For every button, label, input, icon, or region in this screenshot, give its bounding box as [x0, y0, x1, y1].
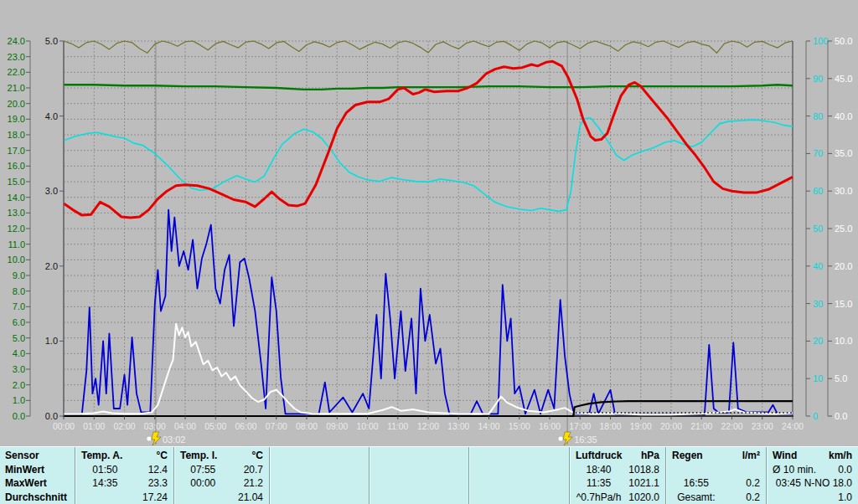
axis-tick-label: 1.0 [45, 336, 58, 346]
stats-cell-temp-i-: Temp. I.°C [173, 447, 269, 463]
axis-tick-label: 20.0 [835, 261, 852, 271]
stats-cell-value: 0.2 [721, 477, 760, 489]
stats-cell-luftdruck: LuftdruckhPa [569, 447, 665, 463]
stats-cell-value: 21.2 [225, 477, 263, 489]
stats-cell-temp-a-: 17.24 [75, 490, 173, 504]
stats-cell-value: hPa [622, 450, 659, 461]
stats-cell-left: Gesamt: [672, 491, 721, 503]
stats-cell-regen: 16:550.2 [665, 476, 766, 490]
axis-tick-label: 1.0 [13, 395, 25, 405]
stats-cell-empty [369, 476, 468, 490]
axis-tick-label: 2.0 [45, 261, 58, 271]
axis-tick-label: 3.0 [45, 186, 58, 196]
axis-tick-label: 19:00 [630, 422, 652, 431]
stats-cell-empty [468, 463, 569, 476]
stats-cell-temp-a-: Temp. A.°C [75, 447, 173, 463]
axis-tick-label: 20.0 [8, 99, 25, 109]
axis-tick-label: 21.0 [8, 83, 25, 93]
axis-tick-label: 10:00 [357, 422, 379, 431]
axis-tick-label: 22:00 [721, 422, 743, 431]
axis-tick-label: 35.0 [835, 148, 852, 158]
stats-cell-value: 0.0 [816, 464, 852, 476]
axis-tick-label: 2.0 [13, 380, 25, 390]
stats-cell-empty [269, 447, 369, 463]
marker-dot-icon [559, 436, 563, 440]
stats-cell-left: 18:40 [576, 464, 622, 476]
axis-tick-label: 80 [813, 111, 823, 121]
axis-tick-label: 10.0 [8, 255, 25, 265]
stats-cell-regen [665, 463, 766, 476]
stats-cell-empty [269, 490, 369, 504]
stats-cell-left: Luftdruck [576, 450, 622, 461]
stats-cell-empty [468, 490, 569, 504]
axis-tick-label: 100 [813, 36, 828, 46]
axis-tick-label: 12.0 [8, 224, 25, 234]
axis-tick-label: 07:00 [266, 422, 287, 431]
axis-tick-label: 21:00 [690, 422, 712, 431]
stats-cell-left: 00:00 [180, 477, 225, 489]
axis-tick-label: 13.0 [8, 208, 25, 218]
stats-cell-luftdruck: 18:401018.8 [569, 463, 665, 476]
stats-cell-left: 16:55 [672, 477, 721, 489]
marker-dot-icon [147, 436, 151, 440]
stats-row-label: Durchschnitt [0, 490, 75, 504]
stats-cell-luftdruck: 11:351021.1 [569, 476, 665, 490]
stats-cell-left: 07:55 [180, 464, 225, 476]
stats-cell-wind: 03:45N-NO 18.0 [766, 476, 858, 490]
stats-cell-value: 0.2 [721, 491, 760, 503]
axis-tick-label: 50.0 [835, 36, 852, 46]
axis-tick-label: 90 [813, 74, 823, 84]
stats-cell-wind: Ø 10 min.0.0 [766, 463, 858, 476]
stats-cell-value: 1.0 [816, 491, 852, 503]
axis-tick-label: 06:00 [235, 422, 257, 431]
stats-cell-empty [269, 476, 369, 490]
stats-cell-left: Temp. A. [81, 450, 129, 461]
axis-tick-label: 23:00 [752, 422, 773, 431]
stats-cell-left: Temp. I. [180, 450, 225, 461]
stats-cell-left: 11:35 [576, 477, 622, 489]
axis-tick-label: 12:00 [417, 422, 439, 431]
axis-tick-label: 24.0 [8, 36, 25, 46]
axis-tick-label: 40.0 [835, 111, 852, 121]
axis-tick-label: 9.0 [13, 270, 25, 280]
axis-tick-label: 40 [813, 261, 823, 271]
stats-cell-luftdruck: ^0.7hPa/h1020.0 [569, 490, 665, 504]
axis-tick-label: 19.0 [8, 114, 25, 124]
stats-cell-empty [369, 463, 468, 476]
stats-cell-value: l/m² [721, 450, 760, 461]
axis-tick-label: 15.0 [8, 177, 25, 187]
stats-cell-regen: Regenl/m² [665, 447, 766, 463]
axis-tick-label: 15.0 [835, 299, 852, 309]
stats-cell-empty [468, 476, 569, 490]
stats-cell-left: Ø 10 min. [773, 464, 816, 476]
axis-tick-label: 01:00 [83, 422, 105, 431]
stats-cell-value: 12.4 [129, 464, 168, 476]
axis-tick-label: 11.0 [8, 239, 25, 249]
axis-tick-label: 04:00 [174, 422, 196, 431]
stats-cell-left: ^0.7hPa/h [576, 491, 622, 503]
axis-tick-label: 14.0 [8, 193, 25, 203]
stats-cell-value: 1020.0 [622, 491, 659, 503]
stats-cell-value: 21.04 [225, 491, 263, 503]
stats-cell-left: Wind [773, 450, 816, 461]
stats-cell-wind: Windkm/h [766, 447, 858, 463]
stats-cell-temp-a-: 14:3523.3 [75, 476, 173, 490]
axis-tick-label: 4.0 [45, 111, 58, 121]
axis-tick-label: 60 [813, 186, 823, 196]
stats-row-label: MinWert [0, 463, 75, 476]
axis-tick-label: 24:00 [782, 422, 804, 431]
axis-tick-label: 0.0 [45, 411, 58, 421]
stats-cell-value: km/h [816, 450, 852, 461]
stats-cell-value: °C [129, 450, 168, 461]
axis-tick-label: 20 [813, 336, 823, 346]
stats-cell-value: 17.24 [129, 491, 168, 503]
axis-tick-label: 14:00 [478, 422, 500, 431]
axis-tick-label: 03:00 [144, 422, 166, 431]
stats-row-label: Sensor [0, 447, 75, 463]
axis-tick-label: 3.0 [13, 364, 25, 374]
axis-tick-label: 16:00 [539, 422, 561, 431]
stats-cell-value: 20.7 [225, 464, 263, 476]
axis-tick-label: 08:00 [296, 422, 318, 431]
axis-tick-label: 10.0 [835, 336, 852, 346]
stats-cell-left: 14:35 [81, 477, 129, 489]
